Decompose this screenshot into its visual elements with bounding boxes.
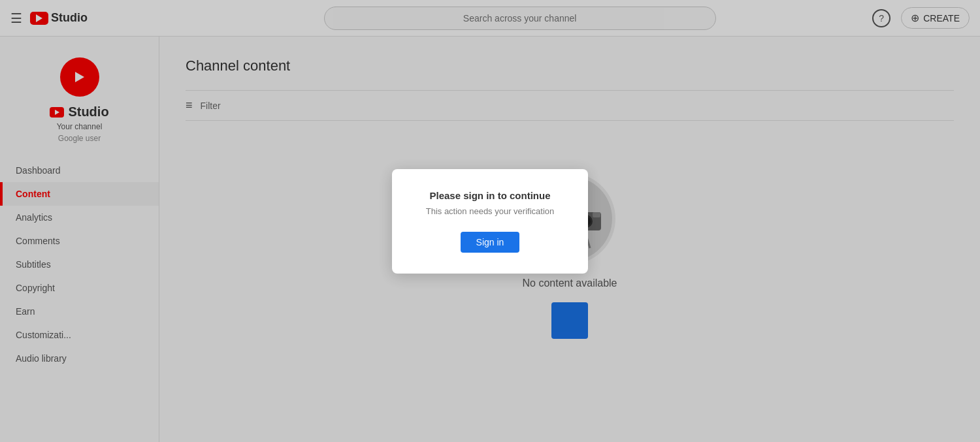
modal-overlay: Please sign in to continue This action n… bbox=[0, 0, 980, 442]
signin-modal: Please sign in to continue This action n… bbox=[392, 169, 588, 274]
signin-button[interactable]: Sign in bbox=[461, 232, 520, 253]
modal-subtitle: This action needs your verification bbox=[426, 206, 555, 216]
modal-title: Please sign in to continue bbox=[429, 190, 550, 201]
